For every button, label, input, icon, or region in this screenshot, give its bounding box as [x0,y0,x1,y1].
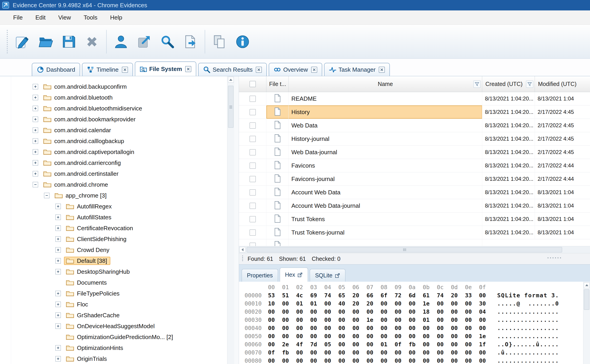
hex-scrollbar[interactable] [583,282,590,364]
hex-scroll-up-icon[interactable] [584,282,590,288]
search-button[interactable] [157,27,178,56]
expand-plus-icon[interactable] [55,225,61,231]
tab-file-system[interactable]: File System [135,61,197,76]
tree-item-grshadercache[interactable]: GrShaderCache [11,310,227,321]
tree-item-com-android-bluetoothmidiservice[interactable]: com.android.bluetoothmidiservice [11,103,227,114]
tree-scroll-thumb[interactable] [228,86,234,128]
copy-button[interactable] [209,27,230,56]
table-row-trust-tokens-journal[interactable]: Trust Tokens-journal8/13/2021 1:04:20...… [239,226,590,239]
expand-plus-icon[interactable] [33,138,38,144]
tree-item-autofillstates[interactable]: AutofillStates [11,212,227,223]
tab-close-icon[interactable] [256,67,262,73]
row-checkbox[interactable] [250,176,256,182]
menu-item-tools[interactable]: Tools [77,10,104,25]
tree-item-com-android-calendar[interactable]: com.android.calendar [11,125,227,136]
share-button[interactable] [134,27,155,56]
tree-item-origintrials[interactable]: OriginTrials [11,353,227,364]
row-checkbox[interactable] [250,203,256,209]
save-case-button[interactable] [58,27,79,56]
menu-item-file[interactable]: File [7,10,29,25]
table-row-history-journal[interactable]: History-journal8/13/2021 1:04:20...2/17/… [239,132,590,146]
info-button[interactable] [232,27,253,56]
tab-close-icon[interactable] [311,67,317,73]
expand-plus-icon[interactable] [55,302,61,307]
tree-scrollbar[interactable] [227,76,234,364]
name-filter-icon[interactable] [473,80,481,88]
tree-item-floc[interactable]: Floc [11,299,227,310]
tab-dashboard[interactable]: Dashboard [32,63,80,76]
profile-button[interactable] [111,27,131,56]
tab-overview[interactable]: Overview [269,63,322,76]
row-checkbox[interactable] [250,109,256,115]
header-name[interactable]: Name [289,76,482,92]
row-checkbox[interactable] [250,96,256,102]
expand-plus-icon[interactable] [55,356,61,362]
bottom-tab-sqlite[interactable]: SQLite [310,269,345,282]
row-checkbox[interactable] [250,229,256,236]
tree-item-optimizationhints[interactable]: OptimizationHints [11,343,227,353]
tree-item-com-android-carrierconfig[interactable]: com.android.carrierconfig [11,157,227,168]
expand-plus-icon[interactable] [55,214,61,220]
row-checkbox[interactable] [250,243,256,246]
row-checkbox[interactable] [250,162,256,169]
tree-item-com-android-backupconfirm[interactable]: com.android.backupconfirm [11,81,227,92]
tab-timeline[interactable]: Timeline [82,63,133,76]
expand-plus-icon[interactable] [33,117,38,122]
expand-plus-icon[interactable] [55,247,61,253]
tree-item-default-38[interactable]: Default [38] [11,255,227,266]
table-row-history[interactable]: History8/13/2021 1:04:20...2/17/2022 4:4… [239,105,590,119]
tab-task-manager[interactable]: Task Manager [324,63,390,76]
tree-item-clientsidephishing[interactable]: ClientSidePhishing [11,234,227,245]
tab-close-icon[interactable] [122,67,128,73]
table-row-account-web-data[interactable]: Account Web Data8/13/2021 1:04:20...8/13… [239,186,590,199]
header-modified[interactable]: Modified (UTC) [535,76,590,92]
tree-item-crowd-deny[interactable]: Crowd Deny [11,245,227,255]
table-row-web-data-journal[interactable]: Web Data-journal8/13/2021 1:04:20...2/17… [239,146,590,159]
toolbar-grip[interactable] [7,30,8,53]
expand-plus-icon[interactable] [55,269,61,274]
tree-item-ondeviceheadsuggestmodel[interactable]: OnDeviceHeadSuggestModel [11,321,227,332]
menu-item-edit[interactable]: Edit [29,10,52,25]
new-case-button[interactable] [12,27,33,56]
export-report-button[interactable] [180,27,201,56]
expand-plus-icon[interactable] [33,95,38,100]
bottom-tab-hex[interactable]: Hex [280,268,308,282]
tree-item-app-chrome-3[interactable]: app_chrome [3] [11,190,227,201]
tree-item-filetypepolicies[interactable]: FileTypePolicies [11,288,227,299]
close-case-button[interactable] [81,27,102,56]
expand-plus-icon[interactable] [33,84,38,89]
popout-icon[interactable] [297,272,303,278]
table-row-trust-tokens[interactable]: Trust Tokens8/13/2021 1:04:20...8/13/202… [239,213,590,226]
scroll-up-icon[interactable] [228,77,234,83]
tree-item-certificaterevocation[interactable]: CertificateRevocation [11,223,227,234]
created-filter-icon[interactable] [526,80,533,88]
tree-item-autofillregex[interactable]: AutofillRegex [11,201,227,212]
tree-item-com-android-bookmarkprovider[interactable]: com.android.bookmarkprovider [11,114,227,125]
tree-item-optimizationguidepredictionmo-2[interactable]: OptimizationGuidePredictionMo... [2] [11,332,227,343]
tab-close-icon[interactable] [379,67,385,73]
tab-close-icon[interactable] [185,66,191,72]
expand-plus-icon[interactable] [33,171,38,176]
expand-plus-icon[interactable] [55,258,61,264]
expand-plus-icon[interactable] [33,127,38,133]
expand-plus-icon[interactable] [55,312,61,318]
row-checkbox[interactable] [250,123,256,129]
expand-plus-icon[interactable] [55,204,61,209]
tree-item-documents[interactable]: Documents [11,277,227,288]
tab-search-results[interactable]: Search Results [198,63,267,76]
row-checkbox[interactable] [250,189,256,195]
expand-plus-icon[interactable] [55,345,61,351]
row-checkbox[interactable] [250,216,256,222]
tree-item-com-android-chrome[interactable]: com.android.chrome [11,179,227,190]
table-row-web-data[interactable]: Web Data8/13/2021 1:04:20...2/17/2022 4:… [239,119,590,132]
menu-item-help[interactable]: Help [104,10,128,25]
panel-splitter[interactable] [234,76,239,364]
table-row-favicons[interactable]: Favicons8/13/2021 1:04:20...2/17/2022 4:… [239,159,590,172]
horizontal-scroll-thumb[interactable] [247,247,562,253]
tree-item-desktopsharinghub[interactable]: DesktopSharingHub [11,266,227,277]
scroll-left-icon[interactable] [239,247,245,253]
table-horizontal-scrollbar[interactable] [239,246,590,253]
tree-item-com-android-certinstaller[interactable]: com.android.certinstaller [11,168,227,179]
statusbar-grip[interactable] [242,256,243,262]
expand-plus-icon[interactable] [55,323,61,329]
